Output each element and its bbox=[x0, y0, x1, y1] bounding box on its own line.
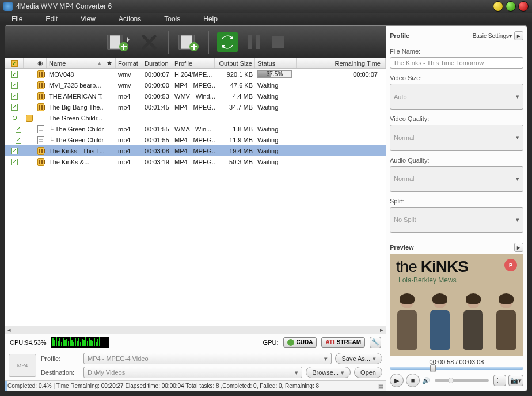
menu-help[interactable]: Help bbox=[203, 15, 218, 23]
play-button[interactable]: ▶ bbox=[390, 374, 404, 387]
profile-collapse-button[interactable]: ▸ bbox=[514, 31, 523, 40]
volume-icon[interactable]: 🔊 bbox=[422, 377, 430, 384]
audioquality-label: Audio Quality: bbox=[390, 157, 523, 164]
file-row[interactable]: ✓The Kinks - This T...mp400:03:08MP4 - M… bbox=[5, 145, 386, 156]
videosize-combo[interactable]: Auto▾ bbox=[390, 84, 523, 110]
file-row[interactable]: ✓The Big Bang The...mp400:01:45MP4 - MPE… bbox=[5, 101, 386, 112]
task-list-icon[interactable]: ▤ bbox=[378, 383, 383, 389]
status-bar: Completed: 0.4% | Time Remaining: 00:20:… bbox=[5, 380, 386, 391]
split-combo[interactable]: No Split▾ bbox=[390, 207, 523, 233]
bottom-panel: MP4 Profile: MP4 - MPEG-4 Video▾ Save As… bbox=[5, 350, 386, 380]
pause-button[interactable] bbox=[246, 32, 262, 52]
file-row[interactable]: ✓└The Green Childr...mp400:01:55MP4 - MP… bbox=[5, 134, 386, 145]
svg-rect-5 bbox=[179, 35, 181, 49]
preview-collapse-button[interactable]: ▸ bbox=[514, 243, 523, 252]
titlebar: 4Media WMV MP4 Converter 6 bbox=[0, 0, 532, 13]
window-title: 4Media WMV MP4 Converter 6 bbox=[16, 2, 491, 10]
menu-actions[interactable]: Actions bbox=[119, 15, 141, 23]
filename-input[interactable]: The Kinks - This Time Tomorrow bbox=[390, 57, 523, 69]
header-star-icon[interactable]: ★ bbox=[104, 58, 116, 68]
open-button[interactable]: Open bbox=[354, 367, 382, 378]
preview-stop-button[interactable]: ■ bbox=[406, 374, 420, 387]
browse-button[interactable]: Browse...▾ bbox=[306, 367, 351, 378]
menu-edit[interactable]: Edit bbox=[45, 15, 58, 23]
header-remaining[interactable]: Remaining Time bbox=[297, 58, 386, 68]
file-row[interactable]: ✓MOV048wmv00:00:07H.264/MPE...920.1 KB37… bbox=[5, 69, 386, 80]
preview-image: the KiNKS Lola·Berkley Mews P bbox=[390, 254, 523, 356]
menu-view[interactable]: View bbox=[81, 15, 96, 23]
header-profile[interactable]: Profile bbox=[172, 58, 215, 68]
cuda-badge: CUDA bbox=[283, 337, 317, 348]
filename-label: File Name: bbox=[390, 48, 523, 55]
preview-time: 00:00:58 / 00:03:08 bbox=[390, 359, 523, 365]
videosize-label: Video Size: bbox=[390, 74, 523, 81]
h-scrollbar[interactable]: ◂▸ bbox=[5, 326, 386, 334]
svg-rect-9 bbox=[248, 35, 252, 49]
gpu-label: GPU: bbox=[263, 339, 279, 346]
preview-title: Preview bbox=[390, 244, 414, 251]
header-status[interactable]: Status bbox=[255, 58, 297, 68]
saveas-button[interactable]: Save As...▾ bbox=[335, 353, 382, 364]
snapshot-button[interactable]: 📷▾ bbox=[508, 375, 523, 386]
header-output[interactable]: Output Size bbox=[215, 58, 255, 68]
file-row[interactable]: ✓└The Green Childr...mp400:01:55WMA - Wi… bbox=[5, 123, 386, 134]
menu-file[interactable]: File bbox=[12, 15, 22, 23]
profile-thumb: MP4 bbox=[9, 354, 36, 377]
file-row[interactable]: ✓The KinKs &...mp400:03:19MP4 - MPEG...5… bbox=[5, 156, 386, 167]
ati-badge: ATISTREAM bbox=[321, 337, 365, 348]
stop-button[interactable] bbox=[270, 32, 286, 52]
menubar: File Edit View Actions Tools Help bbox=[0, 13, 532, 25]
cpu-meter bbox=[51, 337, 109, 348]
profile-label: Profile: bbox=[41, 355, 80, 362]
profile-section-header: Profile Basic Settings▾ ▸ bbox=[390, 29, 523, 42]
header-check[interactable]: ✓ bbox=[5, 58, 24, 68]
add-output-button[interactable] bbox=[177, 32, 200, 52]
main-toolbar bbox=[5, 26, 386, 58]
maximize-button[interactable] bbox=[506, 1, 516, 12]
destination-label: Destination: bbox=[41, 369, 80, 376]
close-button[interactable] bbox=[518, 1, 529, 12]
header-name[interactable]: Name▴ bbox=[47, 58, 104, 68]
header-format[interactable]: Format bbox=[116, 58, 142, 68]
svg-rect-8 bbox=[217, 32, 238, 52]
menu-tools[interactable]: Tools bbox=[164, 15, 180, 23]
preview-section-header: Preview ▸ bbox=[390, 241, 523, 254]
basic-settings-dropdown[interactable]: Basic Settings▾ bbox=[473, 33, 512, 39]
header-duration[interactable]: Duration bbox=[142, 58, 172, 68]
fullscreen-button[interactable]: ⛶ bbox=[493, 375, 506, 386]
svg-rect-1 bbox=[108, 35, 110, 49]
svg-rect-11 bbox=[272, 36, 284, 48]
header-disc-icon[interactable]: ◉ bbox=[35, 58, 47, 68]
add-file-button[interactable] bbox=[105, 32, 131, 52]
destination-combo[interactable]: D:\My Videos▾ bbox=[83, 367, 302, 378]
status-text: Completed: 0.4% | Time Remaining: 00:20:… bbox=[7, 383, 319, 389]
svg-rect-10 bbox=[256, 35, 260, 49]
volume-slider[interactable] bbox=[435, 379, 489, 382]
list-header: ✓ ◉ Name▴ ★ Format Duration Profile Outp… bbox=[5, 58, 386, 69]
minimize-button[interactable] bbox=[493, 1, 503, 12]
cpu-gpu-row: CPU:94.53% GPU: CUDA ATISTREAM 🔧 bbox=[5, 334, 386, 350]
profile-title: Profile bbox=[390, 32, 409, 39]
split-label: Split: bbox=[390, 198, 523, 205]
videoquality-label: Video Quality: bbox=[390, 115, 523, 122]
audioquality-combo[interactable]: Normal▾ bbox=[390, 166, 523, 192]
delete-button[interactable] bbox=[139, 32, 159, 52]
cpu-label: CPU:94.53% bbox=[10, 339, 47, 346]
file-row[interactable]: ✓THE AMERICAN T...mp400:00:53WMV - Wind.… bbox=[5, 90, 386, 101]
gpu-settings-button[interactable]: 🔧 bbox=[370, 337, 381, 348]
seek-slider[interactable] bbox=[390, 367, 523, 370]
profile-combo[interactable]: MP4 - MPEG-4 Video▾ bbox=[83, 353, 332, 364]
convert-button[interactable] bbox=[217, 32, 238, 52]
file-grid[interactable]: ✓MOV048wmv00:00:07H.264/MPE...920.1 KB37… bbox=[5, 69, 386, 326]
app-icon bbox=[3, 2, 13, 11]
videoquality-combo[interactable]: Normal▾ bbox=[390, 125, 523, 150]
folder-row[interactable]: ⊖The Green Childr... bbox=[5, 112, 386, 123]
file-row[interactable]: ✓MVI_7325 bearb...wmv00:00:00MP4 - MPEG.… bbox=[5, 80, 386, 90]
